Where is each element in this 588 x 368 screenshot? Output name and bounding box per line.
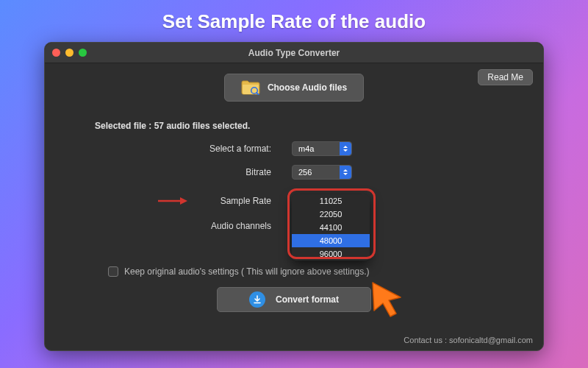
readme-button[interactable]: Read Me	[478, 69, 533, 85]
keep-original-row: Keep original audio's settings ( This wi…	[108, 266, 530, 277]
sample-rate-option[interactable]: 44100	[292, 221, 370, 234]
app-window: Audio Type Converter Read Me Choose Audi…	[44, 42, 544, 351]
selected-file-status: Selected file : 57 audio files selected.	[95, 121, 530, 131]
keep-original-label: Keep original audio's settings ( This wi…	[124, 266, 370, 277]
page-title: Set Sample Rate of the audio	[162, 10, 426, 33]
convert-label: Convert format	[276, 294, 339, 305]
svg-marker-3	[180, 197, 187, 205]
form: Select a format: m4a Bitrate 256	[58, 141, 530, 231]
sample-rate-option[interactable]: 11025	[292, 194, 370, 208]
convert-button[interactable]: Convert format	[217, 287, 371, 312]
bitrate-label: Bitrate	[190, 167, 279, 177]
download-icon	[249, 291, 265, 308]
updown-icon	[340, 142, 351, 155]
format-row: Select a format: m4a	[58, 141, 530, 156]
sample-rate-option-selected[interactable]: 48000	[292, 234, 370, 247]
sample-rate-label: Sample Rate	[190, 196, 279, 206]
channels-label: Audio channels	[190, 221, 279, 231]
close-icon[interactable]	[52, 49, 60, 57]
fullscreen-icon[interactable]	[79, 49, 87, 57]
sample-rate-dropdown[interactable]: 11025 22050 44100 48000 96000	[292, 194, 370, 261]
sample-rate-option[interactable]: 22050	[292, 208, 370, 221]
bitrate-row: Bitrate 256	[58, 165, 530, 180]
window-title: Audio Type Converter	[45, 48, 543, 58]
window-controls	[52, 49, 87, 57]
sample-rate-row: Sample Rate 11025 22050 44100 48000 9600…	[58, 196, 530, 206]
sample-rate-option[interactable]: 96000	[292, 247, 370, 261]
choose-files-button[interactable]: Choose Audio files	[224, 74, 364, 102]
format-label: Select a format:	[190, 144, 279, 154]
format-value: m4a	[293, 144, 340, 153]
bitrate-value: 256	[293, 168, 340, 177]
updown-icon	[340, 166, 351, 179]
bitrate-select[interactable]: 256	[292, 165, 352, 180]
contact-footer: Contact us : sofonicaltd@gmail.com	[404, 336, 533, 344]
folder-icon	[241, 80, 260, 95]
minimize-icon[interactable]	[65, 49, 74, 57]
format-select[interactable]: m4a	[292, 141, 352, 156]
annotation-arrow-icon	[158, 196, 187, 206]
choose-files-label: Choose Audio files	[268, 82, 347, 93]
titlebar: Audio Type Converter	[45, 43, 543, 63]
window-body: Read Me Choose Audio files Selected file…	[45, 63, 543, 350]
annotation-cursor-icon	[370, 281, 411, 329]
keep-original-checkbox[interactable]	[108, 266, 118, 277]
